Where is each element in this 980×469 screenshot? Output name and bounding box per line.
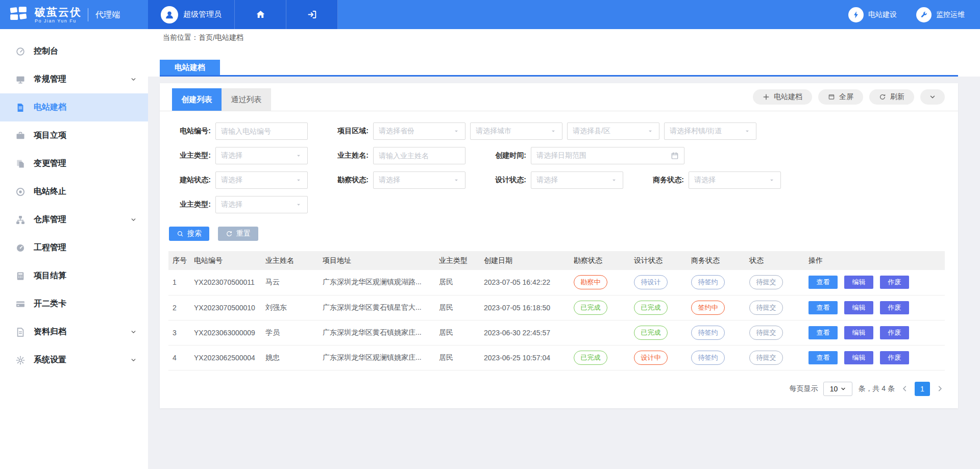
sidebar-item-sitemap[interactable]: 仓库管理 (0, 206, 148, 234)
quick-link-label: 电站建设 (868, 10, 897, 19)
topbar-tools: 超级管理员 (148, 0, 338, 29)
table-header-cell: 商务状态 (687, 251, 745, 270)
chevron-down-icon (130, 357, 137, 363)
gear-icon (15, 355, 26, 365)
sidebar-item-label: 常规管理 (34, 74, 66, 85)
table-cell-status: 待提交 (745, 345, 804, 370)
sidebar-item-gauge[interactable]: 控制台 (0, 37, 148, 65)
table-header-cell: 勘察状态 (570, 251, 630, 270)
logout-button[interactable] (286, 0, 338, 29)
user-menu[interactable]: 超级管理员 (148, 0, 235, 29)
toolbar-button-fullscreen[interactable]: 全屏 (818, 89, 863, 105)
toolbar-button-plus[interactable]: 电站建档 (753, 89, 812, 105)
table-cell-actions: 查看编辑作废 (804, 270, 945, 295)
filter-input[interactable] (215, 122, 308, 140)
avatar (161, 6, 178, 23)
table-cell-survey: 已完成 (570, 345, 630, 370)
table-header-cell: 设计状态 (630, 251, 687, 270)
row-action-edit-button[interactable]: 编辑 (844, 351, 873, 364)
filter-label: 业主类型: (169, 200, 211, 209)
caret-down-icon (453, 128, 460, 135)
filter-select[interactable]: 请选择 (215, 171, 308, 189)
next-page-button[interactable] (936, 384, 944, 393)
status-badge: 待提交 (749, 301, 783, 315)
brand: 破茧云伏 Po Jian Yun Fu 代理端 (0, 0, 148, 29)
filter-select[interactable]: 请选择 (373, 171, 465, 189)
sidebar-item-document[interactable]: 电站建档 (0, 93, 148, 121)
status-badge: 签约中 (691, 301, 725, 315)
status-badge: 待设计 (634, 275, 668, 289)
row-action-edit-button[interactable]: 编辑 (844, 301, 873, 314)
placeholder-text: 请选择城市 (476, 127, 550, 136)
prev-page-button[interactable] (900, 384, 909, 393)
filter-label: 建站状态: (169, 176, 211, 185)
filter-input[interactable] (373, 147, 465, 164)
filter-select[interactable]: 请选择县/区 (567, 122, 659, 140)
sidebar-item-file[interactable]: 资料归档 (0, 318, 148, 346)
row-action-void-button[interactable]: 作废 (880, 301, 909, 314)
placeholder-text: 请选择省份 (379, 127, 453, 136)
toolbar-button-chevron-down[interactable] (920, 89, 945, 105)
row-action-view-button[interactable]: 查看 (808, 301, 838, 314)
caret-down-icon (647, 128, 654, 135)
filter-select[interactable]: 请选择 (215, 147, 308, 164)
toolbar-button-refresh[interactable]: 刷新 (869, 89, 914, 105)
sidebar-item-card[interactable]: 开二类卡 (0, 290, 148, 318)
row-action-view-button[interactable]: 查看 (808, 326, 838, 339)
sidebar-item-gear[interactable]: 系统设置 (0, 346, 148, 374)
row-action-edit-button[interactable]: 编辑 (844, 276, 873, 289)
table-cell-actions: 查看编辑作废 (804, 320, 945, 345)
current-page-button[interactable]: 1 (915, 382, 930, 396)
panel-toolbar: 电站建档全屏刷新 (753, 89, 945, 105)
breadcrumb-home-link[interactable]: 首页 (199, 33, 213, 42)
sidebar-item-briefcase[interactable]: 项目立项 (0, 121, 148, 150)
row-action-view-button[interactable]: 查看 (808, 351, 838, 364)
row-action-view-button[interactable]: 查看 (808, 276, 838, 289)
row-action-void-button[interactable]: 作废 (880, 326, 909, 339)
sidebar-item-label: 资料归档 (34, 327, 66, 337)
filter-select[interactable]: 请选择 (531, 171, 623, 189)
reset-button[interactable]: 重置 (218, 227, 258, 241)
sidebar-item-label: 电站建档 (34, 102, 66, 113)
filter-select[interactable]: 请选择城市 (470, 122, 562, 140)
quick-link-wrench[interactable]: 监控运维 (916, 7, 965, 22)
row-action-edit-button[interactable]: 编辑 (844, 326, 873, 339)
home-button[interactable] (235, 0, 286, 29)
filter-label: 设计状态: (484, 176, 526, 185)
filter-select[interactable]: 请选择 (215, 196, 308, 213)
table-cell-code: YX2023063000009 (190, 320, 261, 345)
row-action-void-button[interactable]: 作废 (880, 351, 909, 364)
panel-card: 创建列表通过列表 电站建档全屏刷新 电站编号:项目区域:请选择省份请选择城市请选… (160, 83, 958, 408)
table-cell-status: 待提交 (745, 320, 804, 345)
sidebar-item-meter[interactable]: 工程管理 (0, 234, 148, 262)
sidebar-item-monitor[interactable]: 常规管理 (0, 65, 148, 93)
status-badge: 已完成 (574, 301, 607, 315)
per-page-select[interactable]: 10 (823, 382, 852, 396)
date-range-picker[interactable]: 请选择日期范围 (531, 147, 684, 164)
page-tab[interactable]: 电站建档 (160, 60, 220, 75)
sidebar-item-copy[interactable]: 变更管理 (0, 150, 148, 178)
filter-select[interactable]: 请选择村镇/街道 (664, 122, 756, 140)
row-action-void-button[interactable]: 作废 (880, 276, 909, 289)
table-cell-owner: 刘强东 (261, 295, 318, 320)
sidebar: 控制台常规管理电站建档项目立项变更管理电站终止仓库管理工程管理项目结算开二类卡资… (0, 29, 148, 469)
table-cell-code: YX2023070500010 (190, 295, 261, 320)
list-tab[interactable]: 通过列表 (222, 88, 271, 111)
sidebar-item-label: 系统设置 (34, 355, 66, 365)
card-icon (15, 299, 26, 309)
sidebar-item-record[interactable]: 电站终止 (0, 178, 148, 206)
quick-link-lightning[interactable]: 电站建设 (848, 7, 897, 22)
filter-select[interactable]: 请选择省份 (373, 122, 465, 140)
sidebar-item-calculator[interactable]: 项目结算 (0, 262, 148, 290)
list-tab[interactable]: 创建列表 (172, 88, 222, 111)
filter-select[interactable]: 请选择 (689, 171, 781, 189)
search-button[interactable]: 搜索 (169, 227, 209, 241)
meter-icon (15, 243, 26, 253)
caret-down-icon (610, 177, 618, 184)
filter-row: 业主类型:请选择 (169, 196, 946, 213)
brand-logo-icon (8, 5, 29, 25)
status-badge: 待提交 (749, 275, 783, 289)
table-cell-created: 2023-07-05 16:18:50 (480, 295, 570, 320)
status-badge: 勘察中 (574, 275, 607, 289)
filter-label: 业主类型: (169, 151, 211, 160)
